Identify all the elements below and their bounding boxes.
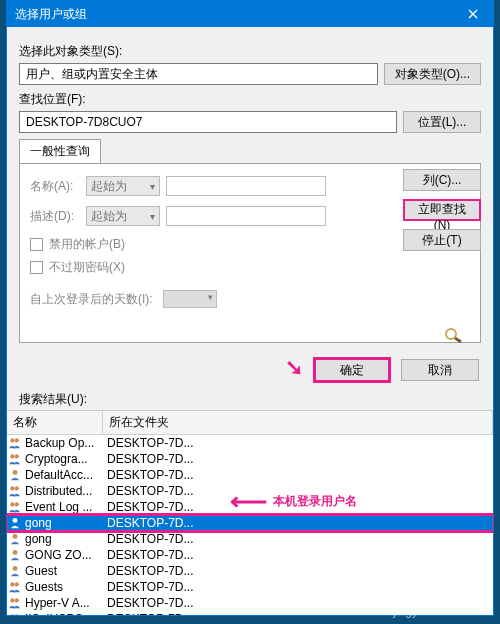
select-users-dialog: 选择用户或组 选择此对象类型(S): 用户、组或内置安全主体 对象类型(O)..… [6,0,494,616]
object-type-value: 用户、组或内置安全主体 [19,63,378,85]
no-expire-label: 不过期密码(X) [49,259,125,276]
row-folder: DESKTOP-7D... [103,468,193,482]
disabled-accounts-label: 禁用的帐户(B) [49,236,125,253]
user-icon [7,516,23,530]
dialog-title: 选择用户或组 [15,6,453,23]
days-since-login-label: 自上次登录后的天数(I): [30,291,153,308]
watermark: Baidu 经验 jingyan.baidu.com [393,592,490,618]
svg-point-17 [10,598,14,602]
row-folder: DESKTOP-7D... [103,500,193,514]
location-label: 查找位置(F): [19,91,481,108]
row-folder: DESKTOP-7D... [103,564,193,578]
group-icon [7,500,23,514]
svg-point-19 [10,614,14,615]
cancel-button[interactable]: 取消 [401,359,479,381]
titlebar: 选择用户或组 [7,1,493,27]
row-folder: DESKTOP-7D... [103,548,193,562]
result-row[interactable]: Backup Op...DESKTOP-7D... [7,435,493,451]
svg-point-13 [13,550,18,555]
ok-button[interactable]: 确定 [313,357,391,383]
svg-point-10 [15,502,19,506]
row-name: Hyper-V A... [23,596,103,610]
result-row[interactable]: DefaultAcc...DESKTOP-7D... [7,467,493,483]
user-icon [7,564,23,578]
row-folder: DESKTOP-7D... [103,596,193,610]
row-name: Cryptogra... [23,452,103,466]
find-now-button[interactable]: 立即查找(N) [403,199,481,221]
row-folder: DESKTOP-7D... [103,516,193,530]
user-icon [7,532,23,546]
row-name: IIS_IUSRS [23,612,103,615]
group-icon [7,436,23,450]
row-name: Backup Op... [23,436,103,450]
row-folder: DESKTOP-7D... [103,436,193,450]
result-row[interactable]: gongDESKTOP-7D... [7,531,493,547]
group-icon [7,612,23,615]
svg-point-0 [446,329,456,339]
row-name: gong [23,532,103,546]
columns-button[interactable]: 列(C)... [403,169,481,191]
results-header: 名称 所在文件夹 [7,411,493,435]
name-input[interactable] [166,176,326,196]
svg-point-14 [13,566,18,571]
svg-point-5 [15,454,19,458]
row-name: DefaultAcc... [23,468,103,482]
svg-point-9 [10,502,14,506]
svg-point-8 [15,486,19,490]
name-match-combo[interactable]: 起始为 [86,176,160,196]
svg-point-16 [15,582,19,586]
object-types-button[interactable]: 对象类型(O)... [384,63,481,85]
svg-point-18 [15,598,19,602]
group-icon [7,596,23,610]
close-icon [468,9,478,19]
days-spinner[interactable] [163,290,217,308]
result-row[interactable]: GuestDESKTOP-7D... [7,563,493,579]
row-folder: DESKTOP-7D... [103,484,193,498]
result-row[interactable]: Cryptogra...DESKTOP-7D... [7,451,493,467]
group-icon [7,580,23,594]
desc-match-combo[interactable]: 起始为 [86,206,160,226]
search-icon [441,325,471,345]
user-icon [7,468,23,482]
row-name: GONG ZO... [23,548,103,562]
svg-point-2 [10,438,14,442]
group-icon [7,484,23,498]
row-name: gong [23,516,103,530]
tab-general-query[interactable]: 一般性查询 [19,139,101,163]
row-folder: DESKTOP-7D... [103,612,193,615]
row-name: Guest [23,564,103,578]
svg-point-6 [13,470,18,475]
no-expire-checkbox[interactable] [30,261,43,274]
object-type-label: 选择此对象类型(S): [19,43,481,60]
stop-button[interactable]: 停止(T) [403,229,481,251]
header-name[interactable]: 名称 [7,411,103,434]
close-button[interactable] [453,1,493,27]
svg-point-11 [13,518,18,523]
svg-point-3 [15,438,19,442]
svg-point-4 [10,454,14,458]
row-folder: DESKTOP-7D... [103,580,193,594]
result-row[interactable]: GONG ZO...DESKTOP-7D... [7,547,493,563]
annotation-text: ⟵ 本机登录用户名 [230,486,357,517]
desc-field-label: 描述(D): [30,208,80,225]
desc-input[interactable] [166,206,326,226]
row-name: Distributed... [23,484,103,498]
row-folder: DESKTOP-7D... [103,452,193,466]
row-folder: DESKTOP-7D... [103,532,193,546]
row-name: Guests [23,580,103,594]
annotation-arrow-icon: ⟵ [230,486,267,517]
disabled-accounts-checkbox[interactable] [30,238,43,251]
svg-point-7 [10,486,14,490]
header-folder[interactable]: 所在文件夹 [103,411,493,434]
row-name: Event Log ... [23,500,103,514]
name-field-label: 名称(A): [30,178,80,195]
svg-point-20 [15,614,19,615]
svg-point-15 [10,582,14,586]
svg-line-1 [455,338,461,342]
locations-button[interactable]: 位置(L)... [403,111,481,133]
annotation-arrow-ok: ➘ [285,355,303,381]
svg-point-12 [13,534,18,539]
results-label: 搜索结果(U): [7,389,493,410]
location-value: DESKTOP-7D8CUO7 [19,111,397,133]
result-row[interactable]: gongDESKTOP-7D... [7,515,493,531]
